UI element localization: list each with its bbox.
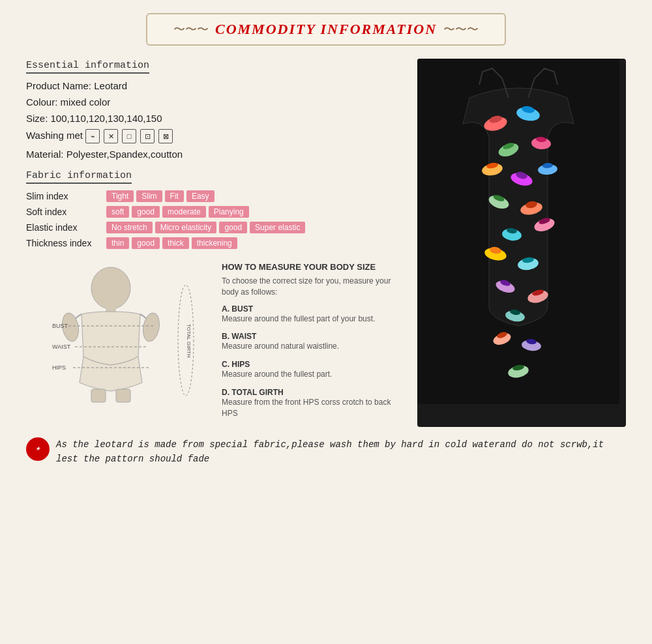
wash-icon-2: ✕ bbox=[104, 129, 118, 143]
tag-pianying: Pianying bbox=[209, 206, 249, 218]
measurement-text: HOW TO MEASURE YOUR BODY SIZE To choose … bbox=[222, 262, 404, 427]
svg-rect-4 bbox=[91, 389, 106, 402]
wash-icons: ⌁ ✕ □ ⊡ ⊠ bbox=[85, 129, 173, 143]
svg-text:TOTAL GIRTH: TOTAL GIRTH bbox=[186, 324, 192, 358]
banner-title: COMMODITY INFORMATION bbox=[215, 21, 437, 38]
measure-girth-desc: Measure from the front HPS corss crotch … bbox=[222, 397, 404, 419]
banner-box: 〜〜〜 COMMODITY INFORMATION 〜〜〜 bbox=[146, 13, 506, 46]
tag-elastic-good: good bbox=[219, 222, 247, 233]
product-image bbox=[417, 59, 626, 427]
product-name-value: Leotard bbox=[94, 80, 127, 91]
measure-item-girth: D. TOTAL GIRTH Measure from the front HP… bbox=[222, 388, 404, 419]
tag-soft: soft bbox=[106, 206, 129, 218]
measure-girth-title: D. TOTAL GIRTH bbox=[222, 388, 404, 397]
measure-item-waist: B. WAIST Measure around natural waistlin… bbox=[222, 332, 404, 352]
svg-point-0 bbox=[91, 267, 130, 309]
elastic-index-tags: No stretch Micro elasticity good Super e… bbox=[106, 222, 305, 233]
washing-row: Washing met ⌁ ✕ □ ⊡ ⊠ bbox=[26, 129, 404, 143]
essential-info-heading: Essential information bbox=[26, 60, 149, 74]
body-diagram-svg: BUST WAIST HIPS TOTAL GIRTH bbox=[26, 262, 209, 405]
measure-title: HOW TO MEASURE YOUR BODY SIZE bbox=[222, 262, 404, 272]
svg-text:WAIST: WAIST bbox=[52, 344, 71, 350]
fabric-info-heading: Fabric information bbox=[26, 170, 132, 184]
header-banner: 〜〜〜 COMMODITY INFORMATION 〜〜〜 bbox=[26, 13, 626, 46]
wash-icon-3: □ bbox=[122, 129, 136, 143]
page-wrapper: 〜〜〜 COMMODITY INFORMATION 〜〜〜 Essential … bbox=[0, 0, 652, 644]
product-name-label: Product Name: bbox=[26, 80, 91, 91]
elastic-index-row: Elastic index No stretch Micro elasticit… bbox=[26, 222, 404, 233]
left-decoration: 〜〜〜 bbox=[173, 22, 209, 37]
measure-hips-title: C. HIPS bbox=[222, 360, 404, 369]
footer-note-text: As the leotard is made from special fabr… bbox=[56, 437, 626, 467]
measure-waist-title: B. WAIST bbox=[222, 332, 404, 341]
tag-thick: thick bbox=[162, 237, 189, 249]
wash-icon-1: ⌁ bbox=[85, 129, 100, 143]
measure-bust-desc: Measure around the fullest part of your … bbox=[222, 314, 404, 325]
right-decoration: 〜〜〜 bbox=[443, 22, 479, 37]
footer-icon-label: ★ bbox=[35, 443, 40, 455]
svg-rect-5 bbox=[116, 389, 130, 402]
material-value: Polyester,Spandex,coutton bbox=[67, 149, 183, 160]
body-diagram: BUST WAIST HIPS TOTAL GIRTH bbox=[26, 262, 209, 427]
washing-label: Washing met bbox=[26, 130, 83, 141]
tag-micro-elasticity: Micro elasticity bbox=[155, 222, 217, 233]
right-section bbox=[417, 59, 626, 427]
tag-fit: Fit bbox=[165, 190, 184, 202]
thickness-index-row: Thickness index thin good thick thickeni… bbox=[26, 237, 404, 249]
soft-index-tags: soft good moderate Pianying bbox=[106, 206, 249, 218]
main-content: Essential information Product Name: Leot… bbox=[26, 59, 626, 427]
measure-hips-desc: Measure around the fullest part. bbox=[222, 369, 404, 380]
soft-index-row: Soft index soft good moderate Pianying bbox=[26, 206, 404, 218]
measurement-section: BUST WAIST HIPS TOTAL GIRTH HOW TO MEASU… bbox=[26, 262, 404, 427]
left-section: Essential information Product Name: Leot… bbox=[26, 59, 404, 427]
wash-icon-5: ⊠ bbox=[158, 129, 173, 143]
fabric-info-section: Fabric information Slim index Tight Slim… bbox=[26, 169, 404, 249]
leotard-svg bbox=[417, 59, 619, 404]
svg-text:HIPS: HIPS bbox=[52, 364, 66, 371]
colour-row: Colour: mixed color bbox=[26, 96, 404, 108]
tag-super-elastic: Super elastic bbox=[250, 222, 305, 233]
wash-icon-4: ⊡ bbox=[140, 129, 155, 143]
measure-waist-desc: Measure around natural waistline. bbox=[222, 341, 404, 352]
size-row: Size: 100,110,120,130,140,150 bbox=[26, 113, 404, 124]
slim-index-row: Slim index Tight Slim Fit Easy bbox=[26, 190, 404, 202]
measure-bust-title: A. BUST bbox=[222, 304, 404, 314]
tag-thin: thin bbox=[106, 237, 129, 249]
material-label: Material: bbox=[26, 149, 64, 160]
tag-tight: Tight bbox=[106, 190, 134, 202]
footer-icon: ★ bbox=[26, 437, 50, 461]
tag-thickness-good: good bbox=[132, 237, 160, 249]
measure-item-hips: C. HIPS Measure around the fullest part. bbox=[222, 360, 404, 380]
measure-item-bust: A. BUST Measure around the fullest part … bbox=[222, 304, 404, 325]
thickness-index-tags: thin good thick thickening bbox=[106, 237, 237, 249]
soft-index-label: Soft index bbox=[26, 207, 101, 217]
size-label: Size: bbox=[26, 113, 48, 124]
measure-subtitle: To choose the correct size for you, meas… bbox=[222, 276, 404, 298]
slim-index-label: Slim index bbox=[26, 191, 101, 201]
slim-index-tags: Tight Slim Fit Easy bbox=[106, 190, 215, 202]
elastic-index-label: Elastic index bbox=[26, 222, 101, 233]
tag-moderate: moderate bbox=[162, 206, 206, 218]
thickness-index-label: Thickness index bbox=[26, 238, 101, 248]
footer-note: ★ As the leotard is made from special fa… bbox=[26, 437, 626, 467]
tag-easy: Easy bbox=[186, 190, 215, 202]
size-value: 100,110,120,130,140,150 bbox=[51, 113, 162, 124]
tag-slim: Slim bbox=[136, 190, 162, 202]
essential-info-section: Essential information Product Name: Leot… bbox=[26, 59, 404, 160]
tag-thickening: thickening bbox=[192, 237, 237, 249]
colour-value: mixed color bbox=[61, 96, 111, 108]
tag-no-stretch: No stretch bbox=[106, 222, 153, 233]
colour-label: Colour: bbox=[26, 96, 57, 108]
product-name-row: Product Name: Leotard bbox=[26, 80, 404, 91]
svg-text:BUST: BUST bbox=[52, 323, 68, 329]
material-row: Material: Polyester,Spandex,coutton bbox=[26, 149, 404, 160]
tag-soft-good: good bbox=[132, 206, 160, 218]
